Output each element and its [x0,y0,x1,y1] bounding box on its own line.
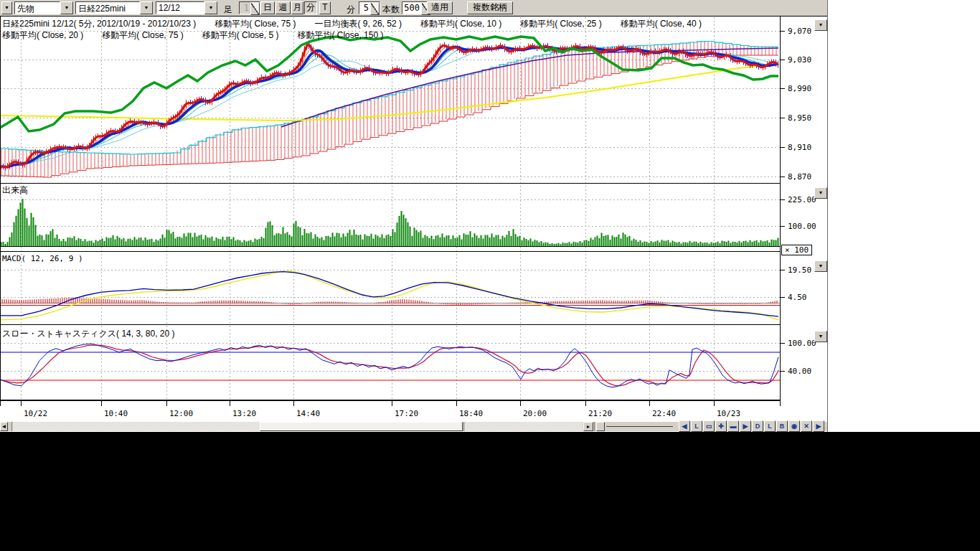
period-button-分[interactable]: 分 [304,1,317,14]
volume-pane-label: 出来高 [2,184,28,197]
scroll-left-button[interactable]: ◄ [0,422,8,431]
chart-tool-button[interactable]: L [764,420,776,432]
legend-item: 移動平均( Close, 20 ) [2,29,83,42]
symbol-select[interactable]: 日経225mini ▼ [75,1,153,14]
y-axis-label: 9,070 [788,27,811,36]
chart-tool-button[interactable]: ▭ [703,420,715,432]
legend-item: 移動平均( Close, 25 ) [520,18,601,30]
bar-interval-label: 足 [224,1,232,14]
divider [11,422,12,431]
minutes-stepper[interactable]: 5 [359,1,380,14]
chart-tool-button[interactable]: ▬ [727,420,739,432]
toolbar-menu-button[interactable]: ▼ [1,1,12,14]
chart-tool-button[interactable]: ▶ [813,420,824,432]
y-axis-label: 8,950 [788,113,811,123]
multi-symbol-button[interactable]: 複数銘柄 [467,1,513,14]
chevron-down-icon[interactable]: ▼ [204,1,217,14]
x-axis-label: 21:20 [588,409,612,418]
minutes-label: 分 [347,1,355,14]
x-axis-label: 20:00 [523,409,547,418]
contract-date-value: 12/12 [156,1,204,14]
pane-collapse-button[interactable]: ▼ [814,260,827,272]
volume-multiplier-badge: × 100 [781,245,812,255]
divider [594,422,595,431]
bar-interval-value: 1 [240,2,250,14]
legend-item: 移動平均( Close, 10 ) [420,18,501,30]
period-button-月[interactable]: 月 [291,1,303,14]
legend-item: 移動平均( Close, 75 ) [215,18,296,30]
x-axis-label: 12:00 [169,409,193,418]
market-select-value: 先物 [14,1,60,14]
y-axis-label: 100.00 [788,222,816,231]
x-axis-label: 18:40 [459,409,483,418]
x-axis-label: 10/22 [24,409,47,418]
zoom-slider-handle[interactable] [596,422,605,431]
y-axis-label: 40.00 [788,367,811,376]
divider [463,422,464,431]
indicator-legend-row1: 日経225mini 12/12( 5分, 2012/10/19 - 2012/1… [2,18,702,30]
chart-tool-button[interactable]: ✚ [715,420,727,432]
chart-tool-button[interactable]: ▶ [740,420,751,432]
bar-interval-stepper[interactable]: 1 [239,1,260,14]
spinner-icon[interactable] [370,2,380,15]
contract-date-select[interactable]: 12/12 ▼ [156,1,217,14]
desktop-background [828,0,980,432]
y-axis-label: 4.50 [788,293,807,302]
pane-collapse-button[interactable]: ▼ [814,19,827,31]
symbol-select-value: 日経225mini [75,1,140,14]
pane-collapse-button[interactable]: ▼ [814,187,827,199]
scrollbar-track-left[interactable] [13,422,260,431]
y-axis-label: 8,990 [788,84,811,93]
period-button-週[interactable]: 週 [275,1,291,14]
x-axis-label: 10/23 [717,409,740,418]
macd-pane-label: MACD( 12, 26, 9 ) [2,254,83,263]
chevron-down-icon[interactable]: ▼ [140,1,153,14]
period-button-T[interactable]: T [319,1,331,14]
chart-area: 9,0709,0308,9908,9508,9108,870225.00100.… [0,17,827,432]
y-axis-label: 19.50 [788,265,811,275]
chart-plot[interactable]: 9,0709,0308,9908,9508,9108,870225.00100.… [0,17,827,432]
bottom-scrollbar-strip: ◄ ▸ ◀L▭✚▬▶DLB◉✕▶ [0,422,827,431]
period-button-日[interactable]: 日 [260,1,275,14]
x-axis-label: 10:40 [104,409,128,418]
chart-tool-button[interactable]: B [776,420,788,432]
market-select[interactable]: 先物 ▼ [14,1,73,14]
x-axis-label: 14:40 [296,409,320,418]
chart-tool-button-row: ◀L▭✚▬▶DLB◉✕▶ [679,420,825,432]
screen: { "toolbar": { "menu_arrow": "▼", "combo… [0,0,980,551]
scrollbar-track-right[interactable] [465,422,583,431]
x-axis-label: 22:40 [652,409,676,418]
scroll-right-button[interactable]: ▸ [583,422,593,431]
y-axis-label: 8,870 [788,172,811,182]
chart-tool-button[interactable]: ◀ [679,420,690,432]
chart-application-window: ▼ 先物 ▼ 日経225mini ▼ 12/12 ▼ 足 1 日週月分T 分 5… [0,0,828,432]
y-axis-label: 8,910 [788,143,811,152]
chart-tool-button[interactable]: ✕ [801,420,812,432]
legend-item: 移動平均( Close, 40 ) [621,18,702,30]
y-axis-label: 100.00 [788,339,816,348]
minutes-value: 5 [359,2,370,14]
x-axis-label: 17:20 [395,409,418,418]
bar-count-value: 500 [402,2,421,14]
y-axis-label: 9,030 [788,55,811,65]
chart-tool-button[interactable]: D [752,420,763,432]
legend-item: 移動平均( Close, 75 ) [102,29,183,42]
spinner-icon[interactable] [250,2,260,15]
apply-button[interactable]: 適用 [427,1,453,14]
chart-tool-button[interactable]: ◉ [788,420,800,432]
zoom-slider-groove[interactable] [606,426,673,427]
chevron-down-icon[interactable]: ▼ [60,1,73,14]
legend-item: 日経225mini 12/12( 5分, 2012/10/19 - 2012/1… [2,18,196,30]
y-axis-label: 225.00 [788,195,816,204]
scrollbar-thumb[interactable] [260,422,463,431]
legend-item: 一目均衡表( 9, 26, 52 ) [315,18,402,30]
x-axis-label: 13:20 [232,409,256,418]
chart-tool-button[interactable]: L [691,420,702,432]
toolbar: ▼ 先物 ▼ 日経225mini ▼ 12/12 ▼ 足 1 日週月分T 分 5… [0,0,827,17]
indicator-legend-row2: 移動平均( Close, 20 )移動平均( Close, 75 )移動平均( … [2,29,383,42]
bar-count-label: 本数 [382,1,400,14]
stochastics-pane-label: スロー・ストキャスティクス( 14, 3, 80, 20 ) [2,328,174,340]
legend-item: 移動平均( Close, 5 ) [202,29,279,42]
legend-item: 移動平均( Close, 150 ) [297,29,383,42]
pane-collapse-button[interactable]: ▼ [814,331,827,342]
